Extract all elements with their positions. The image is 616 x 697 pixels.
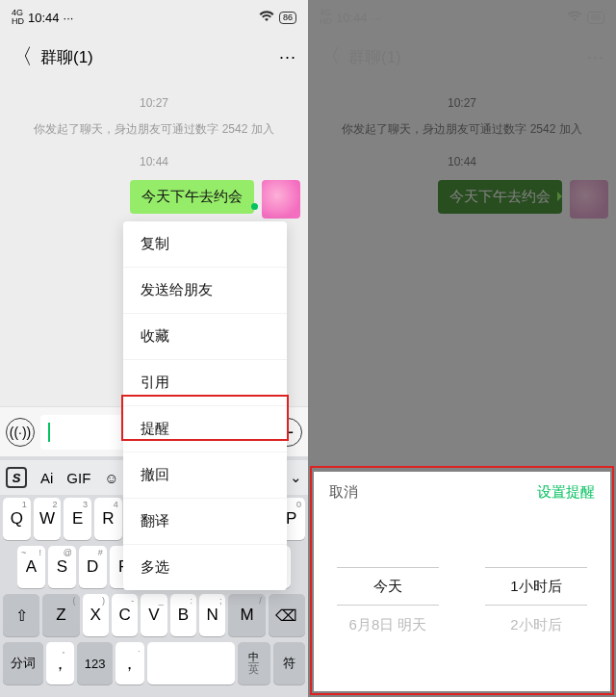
shift-key[interactable]: ⇧ xyxy=(3,594,39,636)
confirm-button[interactable]: 设置提醒 xyxy=(537,483,595,502)
language-key[interactable]: 中 英 xyxy=(238,642,270,684)
menu-translate[interactable]: 翻译 xyxy=(123,499,287,545)
tool-ai[interactable]: Ai xyxy=(40,470,53,486)
key-X[interactable]: X) xyxy=(83,594,109,636)
wifi-icon xyxy=(259,11,274,25)
keyboard-dismiss-icon[interactable]: ⌄ xyxy=(290,469,302,486)
avatar[interactable] xyxy=(262,180,300,219)
back-icon[interactable]: 〈 xyxy=(12,42,33,71)
reminder-sheet: 取消 设置提醒 今天 6月8日 明天 1小时后 2小时后 xyxy=(314,472,610,691)
nav-bar: 〈 群聊(1) ··· xyxy=(0,35,308,79)
sheet-header: 取消 设置提醒 xyxy=(314,472,610,513)
more-dots: ··· xyxy=(64,11,74,25)
nav-more-icon[interactable]: ··· xyxy=(587,47,604,67)
cell-signal: 4GHD xyxy=(320,9,332,26)
menu-send-to-friend[interactable]: 发送给朋友 xyxy=(123,268,287,314)
tool-emoji-icon[interactable]: ☺ xyxy=(104,470,118,486)
message-bubble[interactable]: 今天下午去约会 xyxy=(130,180,254,214)
nav-bar: 〈 群聊(1) ··· xyxy=(308,35,616,79)
chat-area: 10:27 你发起了聊天，身边朋友可通过数字 2542 加入 10:44 今天下… xyxy=(308,96,616,219)
picker-item[interactable]: 2小时后 xyxy=(462,606,610,644)
key-M[interactable]: M/ xyxy=(228,594,265,636)
reminder-sheet-wrap: 取消 设置提醒 今天 6月8日 明天 1小时后 2小时后 xyxy=(308,466,616,697)
menu-quote[interactable]: 引用 xyxy=(123,360,287,406)
battery-level: 86 xyxy=(587,12,604,24)
cell-signal: 4GHD xyxy=(12,9,24,26)
sogou-logo-icon[interactable]: S xyxy=(6,467,27,488)
timestamp: 10:44 xyxy=(0,155,308,168)
nav-more-icon[interactable]: ··· xyxy=(279,47,296,67)
key-E[interactable]: E3 xyxy=(64,498,91,540)
key-Q[interactable]: Q1 xyxy=(3,498,31,540)
nav-title: 群聊(1) xyxy=(348,46,401,68)
key-Z[interactable]: Z( xyxy=(42,594,79,636)
key-D[interactable]: D# xyxy=(79,546,107,588)
number-key[interactable]: 123 xyxy=(77,642,114,684)
chat-area: 10:27 你发起了聊天，身边朋友可通过数字 2542 加入 10:44 今天下… xyxy=(0,96,308,219)
picker[interactable]: 今天 6月8日 明天 1小时后 2小时后 xyxy=(314,523,610,667)
screen-reminder-sheet: 4GHD 10:44 ··· 86 〈 群聊(1) ··· 10:27 你发起了… xyxy=(308,0,616,697)
menu-remind[interactable]: 提醒 xyxy=(123,406,287,452)
timestamp: 10:27 xyxy=(308,96,616,110)
keyboard-row-4: 分词 ，。 123 ，. 中 英 符 xyxy=(0,639,308,687)
timestamp: 10:44 xyxy=(308,155,616,168)
key-N[interactable]: N; xyxy=(199,594,225,636)
timestamp: 10:27 xyxy=(0,96,308,110)
menu-copy[interactable]: 复制 xyxy=(123,221,287,268)
selection-handle-icon[interactable] xyxy=(251,203,258,210)
key-V[interactable]: V_ xyxy=(141,594,167,636)
context-menu: 复制 发送给朋友 收藏 引用 提醒 撤回 翻译 多选 xyxy=(123,221,287,590)
status-time: 10:44 xyxy=(28,11,60,25)
segment-key[interactable]: 分词 xyxy=(3,642,43,684)
cancel-button[interactable]: 取消 xyxy=(329,483,358,502)
backspace-key[interactable]: ⌫ xyxy=(269,594,305,636)
screen-context-menu: 4GHD 10:44 ··· 86 〈 群聊(1) ··· 10:27 你发起了… xyxy=(0,0,308,697)
system-message: 你发起了聊天，身边朋友可通过数字 2542 加入 xyxy=(0,121,308,138)
back-icon[interactable]: 〈 xyxy=(320,42,341,71)
punct-key[interactable]: ，. xyxy=(116,642,143,684)
menu-favorite[interactable]: 收藏 xyxy=(123,314,287,360)
keyboard-row-3: ⇧ Z(X)C-V_B:N;M/ ⌫ xyxy=(0,591,308,639)
key-A[interactable]: A!~ xyxy=(17,546,45,588)
key-S[interactable]: S@ xyxy=(48,546,76,588)
nav-title: 群聊(1) xyxy=(40,46,93,68)
space-key[interactable] xyxy=(147,642,236,684)
picker-item[interactable]: 6月8日 明天 xyxy=(314,606,462,644)
avatar[interactable] xyxy=(570,180,608,219)
message-row: 今天下午去约会 xyxy=(308,174,616,219)
system-message: 你发起了聊天，身边朋友可通过数字 2542 加入 xyxy=(308,121,616,138)
status-bar: 4GHD 10:44 ··· 86 xyxy=(308,0,616,35)
message-bubble[interactable]: 今天下午去约会 xyxy=(438,180,562,214)
picker-day-column[interactable]: 今天 6月8日 明天 xyxy=(314,523,462,667)
key-C[interactable]: C- xyxy=(112,594,138,636)
key-W[interactable]: W2 xyxy=(34,498,62,540)
tool-gif[interactable]: GIF xyxy=(66,470,90,486)
menu-multi-select[interactable]: 多选 xyxy=(123,545,287,590)
battery-level: 86 xyxy=(279,12,296,24)
punct-key[interactable]: ，。 xyxy=(46,642,74,684)
menu-recall[interactable]: 撤回 xyxy=(123,452,287,499)
status-bar: 4GHD 10:44 ··· 86 xyxy=(0,0,308,35)
wifi-icon xyxy=(567,11,582,25)
status-time: 10:44 xyxy=(336,11,368,25)
key-B[interactable]: B: xyxy=(170,594,196,636)
key-R[interactable]: R4 xyxy=(94,498,122,540)
symbol-key[interactable]: 符 xyxy=(273,642,305,684)
picker-time-column[interactable]: 1小时后 2小时后 xyxy=(462,523,610,667)
message-row: 今天下午去约会 xyxy=(0,174,308,219)
voice-icon[interactable]: ((·)) xyxy=(6,418,35,447)
